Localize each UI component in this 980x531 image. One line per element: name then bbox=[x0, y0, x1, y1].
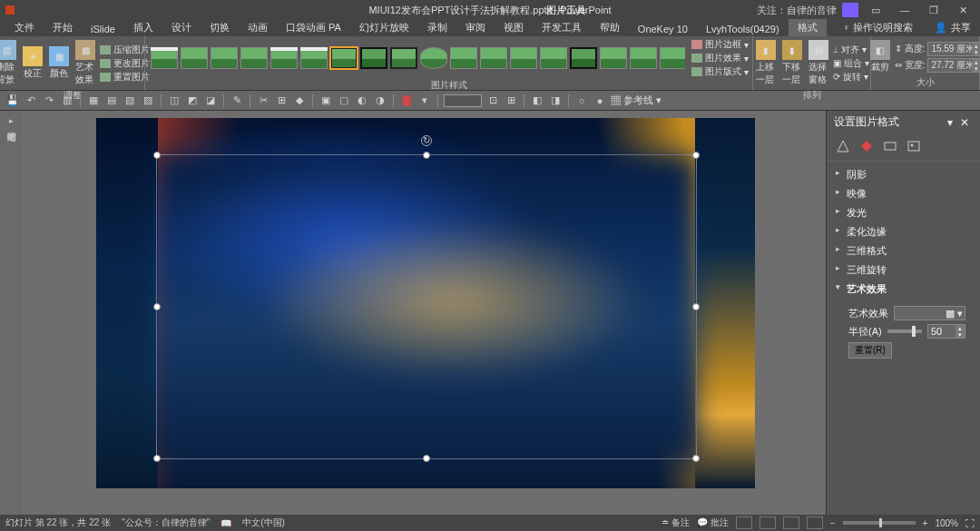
style-thumb[interactable] bbox=[240, 47, 268, 69]
close-button[interactable]: ✕ bbox=[951, 2, 975, 18]
spin-down[interactable]: ▾ bbox=[972, 65, 980, 72]
radius-slider[interactable] bbox=[887, 329, 922, 333]
style-thumb[interactable] bbox=[211, 47, 238, 69]
tab-developer[interactable]: 开发工具 bbox=[533, 19, 591, 36]
radius-input[interactable]: 50▴▾ bbox=[927, 324, 965, 339]
style-thumb[interactable] bbox=[360, 47, 387, 69]
section-reflection[interactable]: 映像 bbox=[832, 184, 975, 203]
spellcheck-icon[interactable]: 📖 bbox=[220, 518, 231, 528]
tab-record[interactable]: 录制 bbox=[418, 19, 456, 36]
tab-onekey[interactable]: OneKey 10 bbox=[629, 22, 697, 36]
spin-down[interactable]: ▾ bbox=[956, 331, 965, 338]
zoom-in-button[interactable]: + bbox=[923, 518, 928, 528]
normal-view-button[interactable] bbox=[736, 516, 752, 529]
tab-picture-icon[interactable] bbox=[905, 137, 923, 155]
style-thumb[interactable] bbox=[540, 47, 567, 69]
tab-transitions[interactable]: 切换 bbox=[201, 19, 239, 36]
section-glow[interactable]: 发光 bbox=[832, 203, 975, 222]
qat-icon[interactable]: ◩ bbox=[185, 93, 200, 108]
picture-border-button[interactable]: 图片边框 ▾ bbox=[691, 38, 749, 51]
change-picture-button[interactable]: 更改图片 bbox=[100, 57, 150, 70]
resize-handle-ne[interactable] bbox=[692, 152, 700, 159]
style-thumb[interactable] bbox=[510, 47, 537, 69]
qat-icon[interactable]: ◨ bbox=[548, 93, 563, 108]
style-thumb[interactable] bbox=[270, 47, 298, 69]
qat-dropdown-icon[interactable]: ▾ bbox=[417, 93, 432, 108]
tab-design[interactable]: 设计 bbox=[162, 19, 201, 36]
style-thumb[interactable] bbox=[390, 47, 417, 69]
qat-icon[interactable]: ● bbox=[593, 93, 607, 108]
qat-icon[interactable]: ▧ bbox=[122, 93, 137, 108]
thumbnails-collapsed[interactable]: ▸ 缩略图 bbox=[0, 111, 22, 515]
style-thumb[interactable] bbox=[570, 47, 597, 69]
tab-fill-line-icon[interactable] bbox=[834, 137, 852, 155]
section-artistic-effects[interactable]: 艺术效果 bbox=[832, 280, 975, 299]
tab-pocket-anim[interactable]: 口袋动画 PA bbox=[277, 19, 350, 36]
zoom-slider[interactable] bbox=[843, 521, 916, 525]
style-thumb[interactable] bbox=[480, 47, 507, 69]
corrections-button[interactable]: ☀校正 bbox=[21, 44, 44, 82]
rotate-handle[interactable] bbox=[421, 135, 432, 146]
save-icon[interactable]: 💾 bbox=[5, 93, 20, 108]
qat-combo[interactable] bbox=[444, 94, 482, 107]
sorter-view-button[interactable] bbox=[760, 516, 776, 529]
style-thumb[interactable] bbox=[420, 47, 447, 69]
rotate-button[interactable]: ⟳ 旋转 ▾ bbox=[833, 71, 869, 84]
spin-up[interactable]: ▴ bbox=[972, 43, 980, 49]
comments-button[interactable]: 💬 批注 bbox=[697, 516, 729, 529]
tell-me-search[interactable]: ♀ 操作说明搜索 bbox=[834, 19, 922, 36]
pane-dropdown[interactable]: ▾ bbox=[944, 116, 956, 129]
spin-up[interactable]: ▴ bbox=[972, 59, 980, 65]
spin-down[interactable]: ▾ bbox=[972, 49, 980, 55]
spin-up[interactable]: ▴ bbox=[956, 325, 965, 331]
qat-icon[interactable]: ⊞ bbox=[274, 93, 289, 108]
resize-handle-n[interactable] bbox=[423, 152, 430, 159]
slide-canvas[interactable] bbox=[22, 111, 826, 515]
account-badge[interactable] bbox=[842, 3, 858, 17]
tab-file[interactable]: 文件 bbox=[5, 19, 44, 36]
resize-handle-e[interactable] bbox=[692, 303, 700, 310]
pane-close[interactable]: ✕ bbox=[956, 116, 973, 129]
bring-forward-button[interactable]: ▮上移一层 bbox=[754, 38, 778, 88]
tab-slideshow[interactable]: 幻灯片放映 bbox=[350, 19, 418, 36]
guides-button[interactable]: ▦ 参考线 ▾ bbox=[611, 93, 662, 107]
selected-picture[interactable] bbox=[156, 154, 697, 459]
tab-size-icon[interactable] bbox=[881, 137, 899, 155]
qat-icon[interactable]: ○ bbox=[574, 93, 589, 108]
crop-button[interactable]: ◧裁剪 bbox=[868, 38, 892, 75]
style-thumb[interactable] bbox=[300, 47, 328, 69]
resize-handle-sw[interactable] bbox=[153, 455, 161, 462]
remove-background-button[interactable]: ▨删除背景 bbox=[0, 38, 18, 88]
picture-styles-gallery[interactable]: ▴ ▾ ▾ bbox=[149, 40, 685, 76]
zoom-percent[interactable]: 100% bbox=[935, 518, 958, 528]
tab-review[interactable]: 审阅 bbox=[456, 19, 495, 36]
style-thumb[interactable] bbox=[181, 47, 208, 69]
qat-icon[interactable]: ▤ bbox=[104, 93, 119, 108]
resize-handle-nw[interactable] bbox=[153, 152, 161, 159]
qat-icon[interactable]: ◑ bbox=[373, 93, 387, 108]
ribbon-options-icon[interactable]: ▭ bbox=[864, 2, 887, 18]
qat-icon[interactable]: ▢ bbox=[337, 93, 351, 108]
style-thumb[interactable] bbox=[660, 47, 685, 69]
style-thumb-selected[interactable] bbox=[330, 47, 358, 69]
qat-icon[interactable]: ⊞ bbox=[504, 93, 518, 108]
qat-icon[interactable]: ▨ bbox=[141, 93, 155, 108]
tab-effects-icon[interactable] bbox=[858, 137, 876, 155]
reset-artistic-button[interactable]: 重置(R) bbox=[848, 342, 892, 359]
language-status[interactable]: 中文(中国) bbox=[242, 516, 285, 529]
qat-icon[interactable]: ◆ bbox=[292, 93, 307, 108]
tab-format[interactable]: 格式 bbox=[789, 19, 827, 36]
picture-layout-button[interactable]: 图片版式 ▾ bbox=[691, 65, 749, 78]
reset-picture-button[interactable]: 重置图片 bbox=[100, 71, 150, 84]
artistic-effects-button[interactable]: ▩艺术效果 bbox=[74, 38, 97, 88]
qat-icon[interactable]: ◧ bbox=[530, 93, 544, 108]
zoom-out-button[interactable]: − bbox=[830, 518, 836, 528]
style-thumb[interactable] bbox=[151, 47, 178, 69]
qat-icon[interactable]: ◫ bbox=[167, 93, 181, 108]
section-3d-rotation[interactable]: 三维旋转 bbox=[832, 261, 975, 280]
notes-button[interactable]: ≐ 备注 bbox=[662, 516, 690, 529]
height-input[interactable]: 15.59 厘米▴▾ bbox=[927, 42, 980, 56]
restore-button[interactable]: ❐ bbox=[922, 2, 946, 18]
share-button[interactable]: 👤 共享 bbox=[926, 19, 980, 36]
compress-pictures-button[interactable]: 压缩图片 bbox=[100, 44, 150, 56]
